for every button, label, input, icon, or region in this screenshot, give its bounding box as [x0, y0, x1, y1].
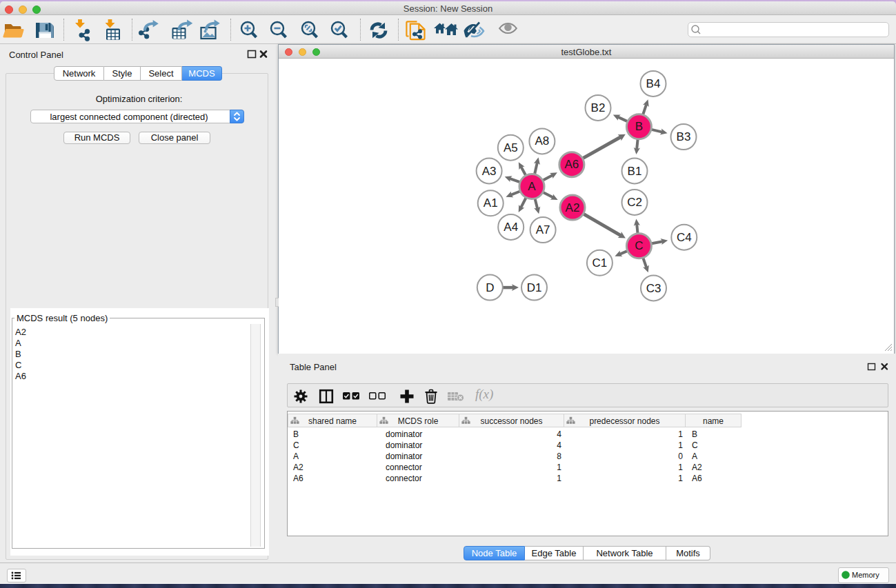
svg-text:B1: B1 [628, 165, 642, 178]
svg-text:C4: C4 [677, 231, 692, 244]
svg-text:C2: C2 [627, 196, 642, 209]
svg-text:A3: A3 [482, 165, 497, 178]
svg-text:A: A [528, 180, 536, 193]
svg-text:A8: A8 [535, 134, 550, 148]
svg-text:A4: A4 [504, 221, 518, 234]
svg-text:A6: A6 [565, 158, 579, 171]
svg-text:A2: A2 [566, 201, 580, 214]
svg-text:A7: A7 [536, 223, 550, 236]
svg-text:C: C [635, 239, 643, 252]
svg-text:B4: B4 [646, 77, 661, 90]
svg-text:A1: A1 [484, 196, 498, 210]
svg-text:C1: C1 [593, 256, 608, 270]
svg-text:B: B [635, 120, 643, 133]
svg-text:B3: B3 [677, 130, 691, 143]
svg-text:D1: D1 [527, 281, 542, 294]
svg-text:B2: B2 [591, 101, 606, 114]
svg-text:Memory: Memory [852, 571, 879, 579]
svg-text:D: D [486, 281, 494, 294]
svg-text:A5: A5 [504, 141, 518, 154]
svg-text:C3: C3 [646, 282, 661, 295]
